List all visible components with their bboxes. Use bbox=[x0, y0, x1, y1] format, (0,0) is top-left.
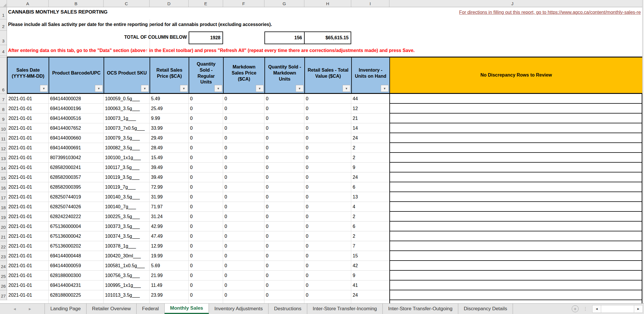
cell-I19[interactable]: 2 bbox=[351, 212, 389, 222]
cell-F25[interactable]: 0 bbox=[223, 271, 264, 280]
cell-C19[interactable]: 100225_3.5g___ bbox=[104, 212, 150, 222]
cell-E12[interactable]: 0 bbox=[189, 143, 223, 153]
scrollbar-track[interactable] bbox=[601, 305, 634, 313]
select-all-corner[interactable] bbox=[0, 0, 7, 7]
row-header-20[interactable]: 20 bbox=[0, 222, 7, 231]
cell-E24[interactable]: 0 bbox=[189, 261, 223, 271]
tab-retailer-overview[interactable]: Retailer Overview bbox=[87, 304, 137, 314]
cell-E17[interactable]: 0 bbox=[189, 192, 223, 202]
cell-I12[interactable]: 2 bbox=[351, 143, 389, 153]
cell-E23[interactable]: 0 bbox=[189, 251, 223, 261]
cell-E9[interactable]: 0 bbox=[189, 114, 223, 123]
cell-B27[interactable]: 628188000225 bbox=[49, 290, 104, 300]
cell-G28[interactable] bbox=[264, 300, 304, 303]
cell-D20[interactable]: 42.99 bbox=[150, 222, 189, 231]
cell-C16[interactable]: 100119_7g___ bbox=[104, 182, 150, 192]
cell-J8[interactable] bbox=[389, 104, 642, 114]
cell-I26[interactable]: 41 bbox=[351, 280, 389, 290]
cell-I7[interactable]: 44 bbox=[351, 94, 389, 104]
cell-I9[interactable]: 21 bbox=[351, 114, 389, 123]
cell-B9[interactable]: 694144000516 bbox=[49, 114, 104, 123]
cell-H27[interactable]: 0 bbox=[304, 290, 351, 300]
cell-J10[interactable] bbox=[389, 123, 642, 133]
cell-C7[interactable]: 100059_0.5g___ bbox=[104, 94, 150, 104]
cell-G12[interactable]: 0 bbox=[264, 143, 304, 153]
cell-G27[interactable]: 0 bbox=[264, 290, 304, 300]
cell-F26[interactable]: 0 bbox=[223, 280, 264, 290]
cell-F7[interactable]: 0 bbox=[223, 94, 264, 104]
cell-B24[interactable]: 694144000059 bbox=[49, 261, 104, 271]
cell-J21[interactable] bbox=[389, 231, 642, 241]
cell-H28[interactable] bbox=[304, 300, 351, 303]
cell-F9[interactable]: 0 bbox=[223, 114, 264, 123]
cell-G18[interactable]: 0 bbox=[264, 202, 304, 212]
cell-C10[interactable]: 100073_7x0.5g___ bbox=[104, 123, 150, 133]
cell-H19[interactable]: 0 bbox=[304, 212, 351, 222]
row-header-23[interactable]: 23 bbox=[0, 251, 7, 261]
column-header-I[interactable]: I bbox=[351, 0, 389, 7]
cell-G14[interactable]: 0 bbox=[264, 163, 304, 172]
cell-B13[interactable]: 807399103042 bbox=[49, 153, 104, 163]
cell-J19[interactable] bbox=[389, 212, 642, 222]
cell-C12[interactable]: 100082_3.5g___ bbox=[104, 143, 150, 153]
cell-D9[interactable]: 9.99 bbox=[150, 114, 189, 123]
cell-I16[interactable]: 6 bbox=[351, 182, 389, 192]
cell-D28[interactable] bbox=[150, 300, 189, 303]
cell-H15[interactable]: 0 bbox=[304, 172, 351, 182]
cell-C23[interactable]: 100420_30ml___ bbox=[104, 251, 150, 261]
cell-I27[interactable]: 24 bbox=[351, 290, 389, 300]
table-header-D[interactable]: Retail Sales Price ($CA)▼ bbox=[150, 57, 189, 94]
scroll-right-icon[interactable]: ► bbox=[634, 305, 643, 313]
cell-E26[interactable]: 0 bbox=[189, 280, 223, 290]
cell-F16[interactable]: 0 bbox=[223, 182, 264, 192]
cell-D23[interactable]: 19.99 bbox=[150, 251, 189, 261]
row-header-6[interactable]: 6 bbox=[0, 57, 7, 94]
cell-A13[interactable]: 2021-01-01 bbox=[7, 153, 49, 163]
cell-D17[interactable]: 31.99 bbox=[150, 192, 189, 202]
cell-D19[interactable]: 31.24 bbox=[150, 212, 189, 222]
cell-E10[interactable]: 0 bbox=[189, 123, 223, 133]
cell-C14[interactable]: 100117_3.5g___ bbox=[104, 163, 150, 172]
cell-G15[interactable]: 0 bbox=[264, 172, 304, 182]
cell-E22[interactable]: 0 bbox=[189, 241, 223, 251]
table-header-E[interactable]: Quantity Sold - Regular Units▼ bbox=[189, 57, 224, 94]
cell-H14[interactable]: 0 bbox=[304, 163, 351, 172]
cell-I23[interactable]: 15 bbox=[351, 251, 389, 261]
cell-G7[interactable]: 0 bbox=[264, 94, 304, 104]
cell-F11[interactable]: 0 bbox=[223, 133, 264, 143]
cell-A27[interactable]: 2021-01-01 bbox=[7, 290, 49, 300]
cell-I14[interactable]: 9 bbox=[351, 163, 389, 172]
cell-B25[interactable]: 628188000300 bbox=[49, 271, 104, 280]
cell-J28[interactable] bbox=[389, 300, 642, 303]
cell-E19[interactable]: 0 bbox=[189, 212, 223, 222]
cell-E8[interactable]: 0 bbox=[189, 104, 223, 114]
cell-E27[interactable]: 0 bbox=[189, 290, 223, 300]
cell-H11[interactable]: 0 bbox=[304, 133, 351, 143]
cell-F10[interactable]: 0 bbox=[223, 123, 264, 133]
cell-A24[interactable]: 2021-01-01 bbox=[7, 261, 49, 271]
cell-B10[interactable]: 694144007652 bbox=[49, 123, 104, 133]
cell-I11[interactable]: 24 bbox=[351, 133, 389, 143]
row-header-16[interactable]: 16 bbox=[0, 182, 7, 192]
cell-B11[interactable]: 694144000660 bbox=[49, 133, 104, 143]
cell-D27[interactable]: 23.99 bbox=[150, 290, 189, 300]
cell-H25[interactable]: 0 bbox=[304, 271, 351, 280]
column-header-C[interactable]: C bbox=[104, 0, 150, 7]
cell-F19[interactable]: 0 bbox=[223, 212, 264, 222]
cell-J18[interactable] bbox=[389, 202, 642, 212]
cell-B8[interactable]: 694144000196 bbox=[49, 104, 104, 114]
cell-I17[interactable]: 13 bbox=[351, 192, 389, 202]
cell-D14[interactable]: 39.49 bbox=[150, 163, 189, 172]
table-header-A[interactable]: Sales Date (YYYY-MM-DD)▼ bbox=[8, 57, 49, 94]
cell-F24[interactable]: 0 bbox=[223, 261, 264, 271]
table-header-G[interactable]: Quantity Sold - Markdown Units▼ bbox=[265, 57, 305, 94]
cell-C17[interactable]: 100140_3.5g___ bbox=[104, 192, 150, 202]
column-header-E[interactable]: E bbox=[189, 0, 223, 7]
total-regular-units-cell[interactable]: 1928 bbox=[189, 31, 223, 44]
cell-C26[interactable]: 100995_1x1g___ bbox=[104, 280, 150, 290]
cell-D7[interactable]: 5.49 bbox=[150, 94, 189, 104]
cell-A26[interactable]: 2021-01-01 bbox=[7, 280, 49, 290]
cell-A14[interactable]: 2021-01-01 bbox=[7, 163, 49, 172]
cell-G9[interactable]: 0 bbox=[264, 114, 304, 123]
cell-H24[interactable]: 0 bbox=[304, 261, 351, 271]
